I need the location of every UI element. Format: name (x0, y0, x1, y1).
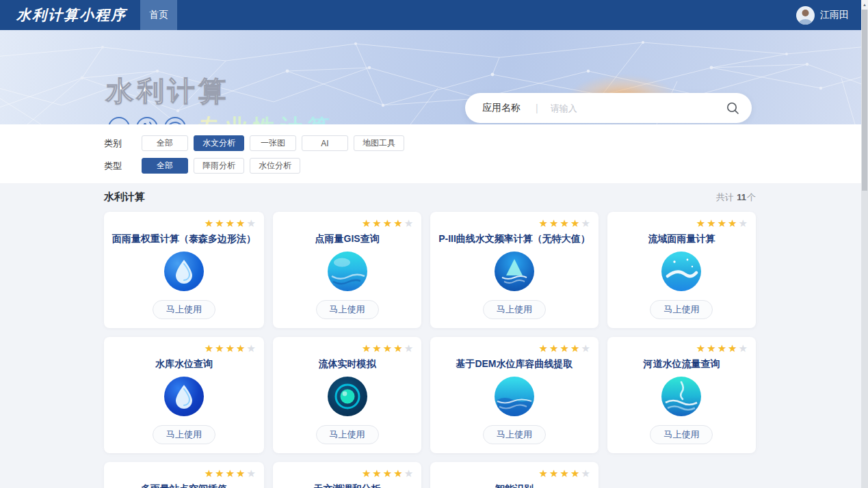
star-icon: ★ (383, 343, 392, 354)
scrollbar-up-arrow[interactable]: ▲ (861, 0, 868, 10)
filter-option[interactable]: 水位分析 (250, 158, 300, 174)
star-icon: ★ (404, 468, 413, 479)
section-header: 水利计算 共计 11个 (104, 191, 756, 204)
app-card[interactable]: ★★★★★智能识别马上使用 (430, 462, 599, 488)
use-now-button[interactable]: 马上使用 (153, 300, 215, 319)
search-icon[interactable] (726, 101, 739, 115)
user-menu[interactable]: 江雨田 (796, 6, 868, 25)
star-icon: ★ (372, 343, 381, 354)
use-now-button[interactable]: 马上使用 (316, 425, 379, 444)
app-card[interactable]: ★★★★★面雨量权重计算（泰森多边形法）马上使用 (104, 212, 264, 328)
app-icon-wrap (281, 252, 413, 291)
star-icon: ★ (728, 343, 737, 354)
card-title: 面雨量权重计算（泰森多边形法） (112, 233, 256, 245)
rating-stars: ★★★★★ (112, 218, 256, 229)
app-card[interactable]: ★★★★★流域面雨量计算马上使用 (607, 212, 756, 328)
water-peak-icon (495, 252, 534, 291)
card-title: 流体实时模拟 (281, 358, 413, 370)
filter-row-label: 类型 (104, 160, 142, 172)
star-icon: ★ (696, 343, 705, 354)
card-title: 基于DEM水位库容曲线提取 (438, 358, 590, 370)
star-icon: ★ (739, 218, 748, 229)
search-input[interactable] (551, 103, 726, 113)
card-title: 天文潮调和分析 (281, 483, 413, 488)
filter-option[interactable]: 降雨分析 (194, 158, 244, 174)
filter-row-label: 类别 (104, 137, 142, 150)
star-icon: ★ (247, 468, 256, 479)
wink-face-icon (135, 116, 159, 124)
use-now-button[interactable]: 马上使用 (483, 300, 546, 319)
star-icon: ★ (247, 343, 256, 354)
water-splash-icon (661, 377, 701, 416)
total-count: 共计 11个 (716, 191, 756, 204)
use-now-button[interactable]: 马上使用 (650, 425, 713, 444)
rating-stars: ★★★★★ (281, 343, 413, 354)
app-card[interactable]: ★★★★★水库水位查询马上使用 (104, 337, 264, 453)
filter-option[interactable]: 全部 (142, 135, 188, 151)
wave-swirl-icon (661, 252, 701, 291)
filter-option[interactable]: 一张图 (250, 135, 296, 151)
use-button-wrap: 马上使用 (281, 300, 413, 319)
hero-subtitle: 专业性计算 (198, 113, 335, 124)
filter-row: 类型全部降雨分析水位分析 (104, 158, 868, 174)
use-now-button[interactable]: 马上使用 (483, 425, 546, 444)
rating-stars: ★★★★★ (281, 468, 413, 479)
main-content: 水利计算 共计 11个 ★★★★★面雨量权重计算（泰森多边形法）马上使用★★★★… (0, 183, 764, 488)
app-icon-wrap (616, 377, 748, 416)
person-icon (796, 6, 815, 25)
use-now-button[interactable]: 马上使用 (153, 425, 215, 444)
app-card[interactable]: ★★★★★河道水位流量查询马上使用 (607, 337, 756, 453)
star-icon: ★ (560, 218, 568, 229)
star-icon: ★ (404, 343, 413, 354)
star-icon: ★ (205, 218, 213, 229)
user-name: 江雨田 (820, 9, 849, 21)
app-card[interactable]: ★★★★★点雨量GIS查询马上使用 (273, 212, 421, 328)
star-icon: ★ (549, 468, 558, 479)
filter-option[interactable]: 水文分析 (194, 135, 244, 151)
app-card[interactable]: ★★★★★天文潮调和分析马上使用 (273, 462, 421, 488)
app-icon-wrap (438, 377, 590, 416)
filter-option[interactable]: 全部 (142, 158, 188, 174)
star-icon: ★ (215, 343, 224, 354)
nav-tab-home[interactable]: 首页 (140, 0, 177, 30)
star-icon: ★ (696, 218, 705, 229)
rating-stars: ★★★★★ (112, 468, 256, 479)
filter-option[interactable]: 地图工具 (354, 135, 404, 151)
star-icon: ★ (362, 468, 371, 479)
star-icon: ★ (372, 468, 381, 479)
rating-stars: ★★★★★ (281, 218, 413, 229)
water-drop-icon (164, 252, 204, 291)
star-icon: ★ (707, 218, 715, 229)
filter-option[interactable]: AI (302, 135, 348, 151)
scrollbar-thumb[interactable] (862, 10, 867, 191)
smiley-face-icon (107, 116, 131, 124)
star-icon: ★ (549, 218, 558, 229)
star-icon: ★ (205, 468, 213, 479)
star-icon: ★ (226, 343, 235, 354)
app-card[interactable]: ★★★★★多雨量站点空间插值马上使用 (104, 462, 264, 488)
star-icon: ★ (226, 218, 235, 229)
use-now-button[interactable]: 马上使用 (650, 300, 713, 319)
filter-row: 类别全部水文分析一张图AI地图工具 (104, 135, 868, 151)
user-avatar (796, 6, 815, 25)
star-icon: ★ (739, 343, 748, 354)
star-icon: ★ (362, 218, 371, 229)
app-card[interactable]: ★★★★★流体实时模拟马上使用 (273, 337, 421, 453)
star-icon: ★ (393, 468, 402, 479)
water-globe-icon (328, 252, 367, 291)
app-icon-wrap (616, 252, 748, 291)
star-icon: ★ (215, 218, 224, 229)
filter-section: 类别全部水文分析一张图AI地图工具类型全部降雨分析水位分析 (0, 124, 868, 183)
star-icon: ★ (372, 218, 381, 229)
card-title: 河道水位流量查询 (616, 358, 748, 370)
star-icon: ★ (549, 343, 558, 354)
star-icon: ★ (581, 218, 590, 229)
app-card[interactable]: ★★★★★基于DEM水位库容曲线提取马上使用 (430, 337, 599, 453)
app-card[interactable]: ★★★★★P-III曲线水文频率计算（无特大值）马上使用 (430, 212, 599, 328)
star-icon: ★ (570, 343, 579, 354)
brand-title: 水利计算小程序 (0, 5, 140, 25)
use-now-button[interactable]: 马上使用 (316, 300, 379, 319)
card-title: P-III曲线水文频率计算（无特大值） (438, 233, 590, 245)
scrollbar-track[interactable]: ▲ (861, 0, 868, 488)
star-icon: ★ (539, 468, 548, 479)
